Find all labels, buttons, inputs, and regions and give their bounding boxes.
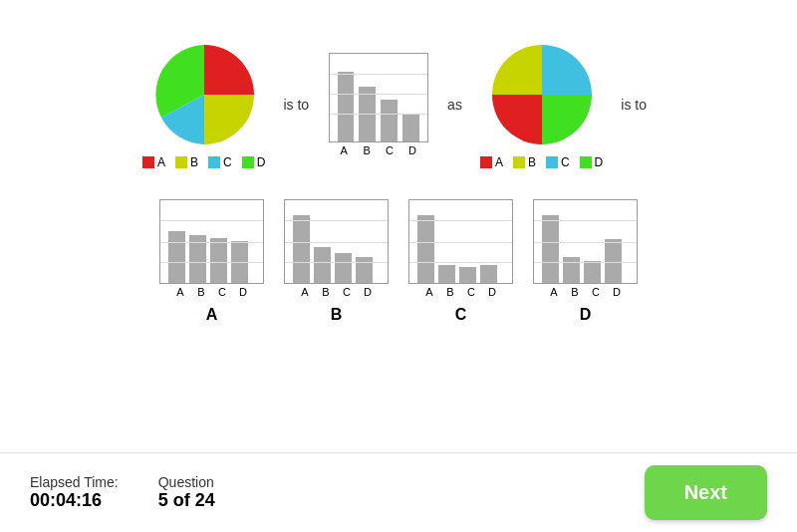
bar-c <box>381 100 398 141</box>
options-row: A B C D A A B C D <box>159 199 638 324</box>
legend-item: C <box>208 155 232 169</box>
option-b-chart[interactable] <box>284 199 389 284</box>
bar-a <box>338 72 355 141</box>
option-c-labels: A B C D <box>413 286 509 298</box>
option-a-container[interactable]: A B C D A <box>159 199 264 324</box>
legend-label-b-2: B <box>528 155 536 169</box>
option-b-labels: A B C D <box>289 286 385 298</box>
pie-chart-2-container: A B C D <box>480 40 603 169</box>
legend-item: B <box>175 155 198 169</box>
top-row: A B C D is to <box>142 40 655 169</box>
option-c-container[interactable]: A B C D C <box>408 199 513 324</box>
pie-legend-1: A B C D <box>142 155 265 169</box>
option-a-labels: A B C D <box>164 286 260 298</box>
legend-item: A <box>142 155 165 169</box>
connector-is-to-2: is to <box>621 97 647 113</box>
legend-color-cyan <box>208 156 220 168</box>
legend-color-yellow <box>175 156 187 168</box>
legend-color-cyan-2 <box>546 156 558 168</box>
pie-chart-1-container: A B C D <box>142 40 265 169</box>
footer-left: Elapsed Time: 00:04:16 Question 5 of 24 <box>30 474 215 511</box>
option-d-container[interactable]: A B C D D <box>533 199 638 324</box>
option-d-label: D <box>580 306 592 324</box>
elapsed-label: Elapsed Time: <box>30 474 119 490</box>
footer-right: Next <box>645 465 767 520</box>
pie-chart-1 <box>149 40 259 149</box>
option-b-container[interactable]: A B C D B <box>284 199 389 324</box>
legend-label-c-2: C <box>561 155 570 169</box>
footer: Elapsed Time: 00:04:16 Question 5 of 24 … <box>0 452 797 532</box>
bar-d <box>402 114 419 141</box>
legend-item: D <box>242 155 266 169</box>
option-a-chart[interactable] <box>159 199 264 284</box>
option-d-chart[interactable] <box>533 199 638 284</box>
legend-color-yellow-2 <box>513 156 525 168</box>
legend-color-red-2 <box>480 156 492 168</box>
legend-color-green <box>242 156 254 168</box>
option-c-label: C <box>455 306 467 324</box>
main-content: A B C D is to <box>0 0 797 344</box>
option-a-label: A <box>206 306 218 324</box>
legend-color-red <box>142 156 154 168</box>
legend-label-c: C <box>223 155 232 169</box>
question-value: 5 of 24 <box>158 490 215 511</box>
pie-chart-2 <box>487 40 597 149</box>
question-label: Question <box>158 474 215 490</box>
connector-as: as <box>447 97 462 113</box>
elapsed-section: Elapsed Time: 00:04:16 <box>30 474 119 511</box>
question-section: Question 5 of 24 <box>158 474 215 511</box>
option-b-label: B <box>331 306 343 324</box>
connector-is-to-1: is to <box>283 97 309 113</box>
legend-item: D <box>580 155 604 169</box>
pie-legend-2: A B C D <box>480 155 603 169</box>
legend-item: A <box>480 155 503 169</box>
legend-label-b: B <box>190 155 198 169</box>
bar-chart-question-container: A B C D <box>327 53 429 156</box>
option-d-labels: A B C D <box>538 286 634 298</box>
bar-chart-question <box>329 53 428 142</box>
legend-color-green-2 <box>580 156 592 168</box>
legend-item: C <box>546 155 570 169</box>
legend-label-a-2: A <box>495 155 503 169</box>
option-c-chart[interactable] <box>408 199 513 284</box>
legend-item: B <box>513 155 536 169</box>
bar-labels-question: A B C D <box>327 144 429 156</box>
legend-label-d: D <box>257 155 266 169</box>
legend-label-a: A <box>157 155 165 169</box>
next-button[interactable]: Next <box>645 465 767 520</box>
legend-label-d-2: D <box>595 155 604 169</box>
elapsed-time: 00:04:16 <box>30 490 119 511</box>
